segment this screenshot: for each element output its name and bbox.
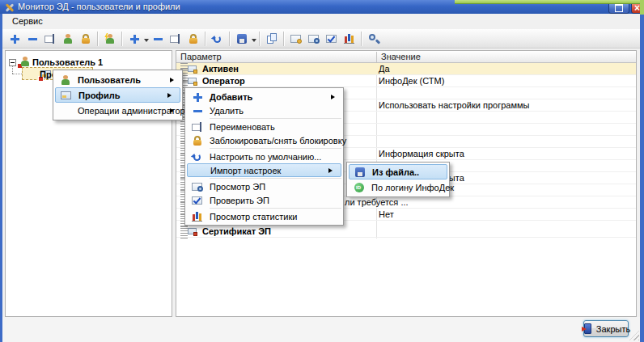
minus-icon xyxy=(151,32,164,45)
column-header-param[interactable]: Параметр xyxy=(180,52,222,61)
bar-chart-icon xyxy=(191,210,204,223)
menu-item-delete[interactable]: Удалить xyxy=(185,103,343,117)
certificate-magnifier-icon xyxy=(191,180,204,193)
param-value: ИнфоДек (СТМ) xyxy=(379,76,444,86)
dropdown-arrow-icon[interactable] xyxy=(252,39,256,44)
user-icon xyxy=(19,55,32,68)
view-signature-button[interactable] xyxy=(287,31,305,47)
id-icon xyxy=(353,181,366,194)
parameter-icon xyxy=(188,76,198,87)
menu-item-verify-signature[interactable]: Проверить ЭП xyxy=(185,193,343,207)
toolbar-separator xyxy=(121,32,123,46)
menu-separator xyxy=(210,118,341,119)
param-name: Активен xyxy=(202,64,239,74)
close-button[interactable]: Закрыть xyxy=(583,320,629,337)
table-row[interactable]: Сертификат ЭП xyxy=(176,226,636,238)
rename-profile-button[interactable] xyxy=(167,31,184,47)
window-border xyxy=(0,14,2,342)
import-submenu: Из файла.. По логину ИнфоДек xyxy=(346,162,450,197)
reset-defaults-button[interactable] xyxy=(209,31,227,47)
menu-separator xyxy=(210,178,341,179)
window-title: Монитор ЭД - пользователи и профили xyxy=(18,2,180,11)
remove-profile-button[interactable] xyxy=(149,31,167,47)
exit-icon xyxy=(582,323,594,335)
table-header: Параметр Значение xyxy=(176,51,636,63)
magnifier-icon xyxy=(367,32,380,45)
minus-icon xyxy=(26,32,39,45)
certificate-check-icon xyxy=(191,194,204,207)
maximize-icon xyxy=(615,4,623,12)
lock-user-button[interactable] xyxy=(77,31,95,47)
param-value: Информация скрыта xyxy=(379,149,464,158)
menu-item-add[interactable]: Добавить xyxy=(185,90,343,103)
toolbar-separator xyxy=(205,32,206,46)
table-row[interactable]: Активен Да xyxy=(176,63,636,75)
menu-item-import-settings[interactable]: Импорт настроек xyxy=(187,163,341,177)
column-divider xyxy=(376,52,377,62)
certificate-magnifier-icon xyxy=(307,32,320,45)
search-button[interactable] xyxy=(365,31,383,47)
menu-separator xyxy=(210,208,341,209)
menu-item-rename[interactable]: Переименовать xyxy=(185,120,343,133)
user-lightning-button[interactable] xyxy=(101,31,119,47)
app-icon xyxy=(3,1,16,14)
add-user-button[interactable] xyxy=(6,31,23,47)
menu-item-user[interactable]: Пользователь xyxy=(53,72,182,87)
tree-connector xyxy=(12,66,13,74)
copy-button[interactable] xyxy=(263,31,281,47)
rename-user-button[interactable] xyxy=(41,31,59,47)
lock-icon xyxy=(79,32,92,45)
menu-item-admin-operations[interactable]: Операции администратора xyxy=(53,103,182,118)
tree-collapse-toggle[interactable] xyxy=(9,59,16,66)
menu-item-reset-defaults[interactable]: Настроить по умолчанию... xyxy=(185,150,343,163)
profile-icon xyxy=(60,89,73,102)
toolbar-separator xyxy=(283,32,285,46)
submenu-arrow-icon xyxy=(170,78,176,82)
toolbar-separator xyxy=(97,32,99,46)
certificate-icon xyxy=(290,32,303,45)
menu-servis[interactable]: Сервис xyxy=(6,14,49,29)
maximize-button[interactable] xyxy=(608,2,629,14)
menu-item-from-file[interactable]: Из файла.. xyxy=(349,164,447,179)
menu-item-view-signature[interactable]: Просмотр ЭП xyxy=(185,179,343,193)
copy-icon xyxy=(265,32,278,45)
menu-item-by-login[interactable]: По логину ИнфоДек xyxy=(347,179,449,195)
submenu-arrow-icon xyxy=(170,108,176,113)
verify-signature-button[interactable] xyxy=(323,31,341,47)
menu-item-lock[interactable]: Заблокировать/снять блокировку xyxy=(185,133,343,147)
lock-icon xyxy=(187,32,200,45)
toolbar-separator xyxy=(259,32,261,46)
certificate-check-icon xyxy=(325,32,338,45)
submenu-arrow-icon xyxy=(328,168,335,173)
param-name: Сертификат ЭП xyxy=(202,226,271,236)
table-row[interactable]: Оператор ИнфоДек (СТМ) xyxy=(176,75,636,87)
parameter-icon xyxy=(188,64,198,74)
param-value: Использовать настройки программы xyxy=(379,100,529,110)
remove-user-button[interactable] xyxy=(23,31,41,47)
plus-icon xyxy=(8,32,21,45)
tree-item-user[interactable]: Пользователь 1 xyxy=(32,57,103,67)
column-header-value[interactable]: Значение xyxy=(381,52,421,61)
import-settings-button[interactable] xyxy=(233,31,251,47)
user-browse-button[interactable] xyxy=(59,31,77,47)
param-name-fragment: ли требуется ... xyxy=(345,197,409,207)
rename-icon xyxy=(169,32,182,45)
window-border xyxy=(640,15,644,342)
rename-icon xyxy=(191,120,204,133)
submenu-arrow-icon xyxy=(167,93,174,98)
lock-profile-button[interactable] xyxy=(184,31,202,47)
statistics-button[interactable] xyxy=(341,31,358,47)
tree-connector xyxy=(12,74,22,74)
toolbar xyxy=(2,29,640,49)
menu-item-view-statistics[interactable]: Просмотр статистики xyxy=(185,209,343,223)
rename-icon xyxy=(44,32,57,45)
inspect-signature-button[interactable] xyxy=(305,31,323,47)
param-value: Нет xyxy=(379,209,394,219)
plus-icon xyxy=(191,91,204,103)
param-name: Оператор xyxy=(202,76,245,86)
add-profile-button[interactable] xyxy=(125,31,143,47)
context-menu: Пользователь Профиль Операции администра… xyxy=(53,70,183,120)
bar-chart-icon xyxy=(343,32,356,45)
menu-item-profile[interactable]: Профиль xyxy=(55,87,180,103)
toolbar-separator xyxy=(229,32,231,46)
